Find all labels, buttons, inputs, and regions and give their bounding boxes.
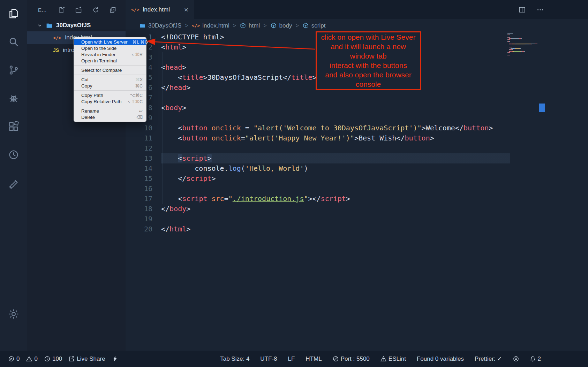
- breadcrumb-item-30daysofjs[interactable]: 30DaysOfJS: [139, 22, 181, 29]
- status-text: 0: [16, 355, 20, 362]
- line-content: <script src="./introduction.js"></script…: [161, 194, 350, 204]
- menu-item-delete[interactable]: Delete⌫: [74, 114, 146, 120]
- code-line-20[interactable]: 20</html>: [126, 224, 588, 234]
- activity-item-extensions[interactable]: [8, 121, 20, 132]
- code-line-14[interactable]: 14 console.log('Hello, World'): [126, 163, 588, 174]
- status-live-share[interactable]: Live Share: [69, 355, 105, 362]
- status-text: Port : 5500: [341, 355, 370, 362]
- activity-item-history[interactable]: [8, 149, 20, 161]
- activity-item-settings[interactable]: [8, 308, 20, 320]
- debug-icon: [8, 92, 20, 104]
- status-notifications[interactable]: 2: [530, 355, 541, 362]
- line-content: <head>: [161, 62, 186, 72]
- annotation-line: window tab: [317, 51, 420, 61]
- more-actions-icon[interactable]: [536, 6, 544, 14]
- activity-item-explorer[interactable]: [8, 8, 20, 20]
- status-variables[interactable]: Found 0 variables: [417, 355, 464, 362]
- pen-icon: [8, 177, 20, 189]
- minimap[interactable]: [507, 33, 540, 59]
- code-line-15[interactable]: 15 </script>: [126, 174, 588, 184]
- activity-bar-bottom: [8, 308, 20, 320]
- code-line-17[interactable]: 17 <script src="./introduction.js"></scr…: [126, 194, 588, 204]
- new-file-icon[interactable]: [58, 6, 65, 14]
- activity-item-feedback[interactable]: [8, 177, 20, 189]
- breadcrumb-separator: >: [295, 23, 299, 29]
- breadcrumb-label: index.html: [202, 22, 229, 29]
- line-content: </script>: [161, 174, 216, 184]
- code-line-11[interactable]: 11 <button onclick="alert('Happy New Yea…: [126, 133, 588, 143]
- code-line-18[interactable]: 18</body>: [126, 204, 588, 214]
- menu-item-shortcut: ⌘L ⌘O: [133, 39, 148, 45]
- new-folder-icon[interactable]: [75, 6, 82, 14]
- breadcrumb-item-index-html[interactable]: </>index.html: [192, 22, 229, 29]
- breadcrumb-item-script[interactable]: script: [302, 22, 326, 29]
- line-number: 20: [126, 224, 161, 234]
- html-file-icon: </>: [131, 7, 139, 12]
- status-bar-right: Tab Size: 4UTF-8LFHTMLPort : 5500ESLintF…: [220, 355, 541, 362]
- activity-bar: [0, 0, 27, 351]
- status-language-mode[interactable]: HTML: [306, 355, 322, 362]
- menu-item-select-for-compare[interactable]: Select for Compare: [74, 67, 146, 73]
- menu-item-reveal-in-finder[interactable]: Reveal in Finder⌥⌘R: [74, 51, 146, 58]
- collapse-all-icon[interactable]: [109, 6, 116, 14]
- menu-item-cut[interactable]: Cut⌘X: [74, 76, 146, 83]
- status-tab-size[interactable]: Tab Size: 4: [220, 355, 249, 362]
- code-line-13[interactable]: 13 <script>: [126, 153, 588, 163]
- breadcrumb-item-body[interactable]: body: [270, 22, 292, 29]
- line-content: <body>: [161, 103, 186, 113]
- status-live-server-bolt[interactable]: [112, 356, 118, 362]
- menu-item-open-to-the-side[interactable]: Open to the Side: [74, 45, 146, 51]
- menu-item-copy-relative-path[interactable]: Copy Relative Path⌥⇧⌘C: [74, 98, 146, 105]
- breadcrumb-label: body: [279, 22, 292, 29]
- menu-item-label: Reveal in Finder: [81, 52, 115, 57]
- menu-separator: [74, 65, 146, 66]
- menu-item-open-with-live-server[interactable]: Open with Live Server⌘L ⌘O: [74, 39, 146, 45]
- close-icon[interactable]: ×: [184, 6, 188, 13]
- explorer-header-actions: [58, 6, 116, 14]
- symbol-cube-icon: [240, 22, 246, 29]
- folder-row-30daysofjs[interactable]: 30DaysOfJS: [27, 20, 126, 31]
- indent-guide: [163, 52, 163, 204]
- status-info[interactable]: 100: [44, 355, 62, 362]
- menu-separator: [74, 90, 146, 91]
- status-port[interactable]: Port : 5500: [333, 355, 370, 362]
- code-line-9[interactable]: 9: [126, 113, 588, 123]
- code-line-10[interactable]: 10 <button onclick = "alert('Welcome to …: [126, 123, 588, 133]
- activity-item-run-and-debug[interactable]: [8, 92, 20, 104]
- status-encoding[interactable]: UTF-8: [260, 355, 277, 362]
- breadcrumb-item-html[interactable]: html: [240, 22, 260, 29]
- activity-item-search[interactable]: [8, 36, 20, 48]
- breadcrumb-separator: >: [233, 23, 236, 29]
- code-line-8[interactable]: 8<body>: [126, 103, 588, 113]
- breadcrumb-label: html: [249, 22, 260, 29]
- breadcrumb-label: script: [311, 22, 326, 29]
- refresh-icon[interactable]: [92, 6, 99, 14]
- status-feedback-smiley[interactable]: [513, 356, 519, 362]
- status-eslint[interactable]: ESLint: [380, 355, 406, 362]
- status-prettier[interactable]: Prettier: ✓: [475, 355, 502, 362]
- menu-item-copy[interactable]: Copy⌘C: [74, 83, 146, 89]
- status-errors[interactable]: 0: [8, 355, 20, 362]
- code-line-12[interactable]: 12: [126, 143, 588, 153]
- split-editor-icon[interactable]: [518, 6, 526, 14]
- code-line-19[interactable]: 19: [126, 214, 588, 224]
- menu-item-label: Open to the Side: [81, 46, 116, 51]
- code-line-16[interactable]: 16: [126, 184, 588, 194]
- breadcrumb-separator: >: [263, 23, 266, 29]
- activity-item-source-control[interactable]: [8, 64, 20, 76]
- menu-item-label: Cut: [81, 77, 89, 82]
- annotation-line: interact with the buttons: [317, 61, 420, 70]
- annotation-box: click on open with Live Severand it will…: [316, 31, 421, 90]
- status-warnings[interactable]: 0: [26, 355, 37, 362]
- code-line-7[interactable]: 7: [126, 93, 588, 103]
- line-content: <html>: [161, 42, 186, 52]
- menu-item-open-in-terminal[interactable]: Open in Terminal: [74, 58, 146, 64]
- menu-item-label: Select for Compare: [81, 68, 122, 73]
- explorer-header: E…: [27, 0, 126, 20]
- status-bar: 00100Live Share Tab Size: 4UTF-8LFHTMLPo…: [0, 351, 588, 367]
- menu-item-rename[interactable]: Rename↩: [74, 108, 146, 114]
- menu-item-copy-path[interactable]: Copy Path⌥⌘C: [74, 92, 146, 98]
- tab-index-html[interactable]: </> index.html ×: [126, 0, 194, 19]
- status-eol[interactable]: LF: [288, 355, 295, 362]
- tab-title: index.html: [143, 6, 180, 13]
